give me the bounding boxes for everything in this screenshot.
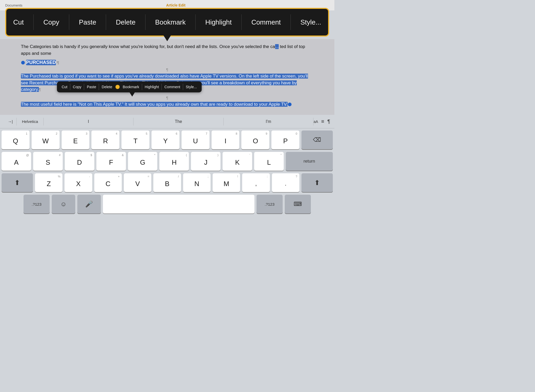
font-name[interactable]: Helvetica [17, 119, 43, 124]
bookmark-button-main[interactable]: Bookmark [151, 16, 190, 28]
key-emoji[interactable]: ☺ [52, 195, 75, 213]
pilcrow-icon[interactable]: ¶ [327, 118, 330, 124]
style-button-secondary[interactable]: Style... [183, 84, 200, 90]
divider [145, 14, 146, 30]
keyboard-toolbar: →| Helvetica I The I'm aA ≡ ¶ [0, 115, 334, 128]
cut-button-main[interactable]: Cut [9, 16, 28, 28]
divider [106, 14, 106, 30]
key-p[interactable]: 0P [271, 130, 299, 149]
key-h[interactable]: (H [159, 152, 189, 171]
toolbar-right: aA ≡ ¶ [313, 118, 330, 124]
paste-button-main[interactable]: Paste [75, 16, 101, 28]
pilcrow-center: ¶ [21, 67, 313, 72]
key-j[interactable]: )J [191, 152, 220, 171]
key-shift-right[interactable]: ⬆ [301, 173, 333, 192]
cut-button-secondary[interactable]: Cut [59, 84, 70, 90]
key-g[interactable]: *G [128, 152, 158, 171]
key-w[interactable]: 2W [32, 130, 60, 149]
key-row-2: @A #S $D &F *G (H )J 'K "L return [2, 152, 333, 171]
delete-button-main[interactable]: Delete [112, 16, 139, 28]
copy-button-main[interactable]: Copy [39, 16, 63, 28]
delete-button-secondary[interactable]: Delete [99, 84, 115, 90]
nav-documents-label[interactable]: Documents [5, 3, 22, 7]
key-z[interactable]: %Z [35, 173, 62, 192]
key-l[interactable]: "L [254, 152, 284, 171]
highlight-button-main[interactable]: Highlight [201, 16, 236, 28]
divider [69, 14, 69, 30]
key-v[interactable]: =V [124, 173, 151, 192]
paste-button-secondary[interactable]: Paste [84, 84, 99, 90]
main-toolbar: Cut Copy Paste Delete Bookmark Highlight… [5, 8, 329, 37]
key-m[interactable]: !M [213, 173, 240, 192]
key-num-left[interactable]: .?123 [24, 195, 50, 213]
keyboard-rows: 1Q 2W 3E 4R 5T 6Y 7U 8I 9O 0P ⌫ @A #S $D… [0, 128, 334, 216]
key-d[interactable]: $D [65, 152, 94, 171]
key-o[interactable]: 9O [241, 130, 269, 149]
key-x[interactable]: -X [65, 173, 92, 192]
paragraph-3: The most useful field here is "Not on Th… [21, 101, 313, 108]
copy-button-secondary[interactable]: Copy [70, 84, 84, 90]
comment-button-main[interactable]: Comment [247, 16, 285, 28]
toolbar-anchor-dot [115, 85, 120, 89]
key-delete[interactable]: ⌫ [301, 130, 333, 149]
secondary-toolbar: Cut Copy Paste Delete Bookmark Highlight… [57, 81, 202, 92]
word-suggestion-3[interactable]: I'm [224, 119, 313, 124]
key-t[interactable]: 5T [121, 130, 149, 149]
style-button-main[interactable]: Style... [296, 16, 325, 28]
cursor-handle-top [21, 61, 25, 64]
key-f[interactable]: &F [96, 152, 126, 171]
divider [195, 14, 196, 30]
key-mic[interactable]: 🎤 [77, 195, 101, 213]
divider [241, 14, 242, 30]
align-icon[interactable]: ≡ [321, 118, 324, 124]
key-row-bottom: .?123 ☺ 🎤 .?123 ⌨ [2, 195, 333, 216]
key-a[interactable]: @A [2, 152, 31, 171]
key-num-right[interactable]: .?123 [257, 195, 283, 213]
paragraph-1: The Categories tab is handy if you gener… [21, 43, 313, 57]
key-n[interactable]: ;N [183, 173, 211, 192]
word-suggestion-1[interactable]: I [44, 119, 133, 124]
content-area: The Categories tab is handy if you gener… [0, 39, 334, 115]
key-c[interactable]: +C [94, 173, 122, 192]
key-k[interactable]: 'K [223, 152, 252, 171]
key-q[interactable]: 1Q [2, 130, 30, 149]
key-space[interactable] [103, 195, 254, 213]
key-i[interactable]: 8I [212, 130, 240, 149]
key-shift-left[interactable]: ⬆ [2, 173, 33, 192]
section-heading-purchased: PURCHASED¶ [21, 60, 313, 65]
key-b[interactable]: /B [153, 173, 181, 192]
heading-text: PURCHASED [26, 60, 56, 65]
divider [33, 14, 34, 30]
key-return[interactable]: return [286, 152, 333, 171]
key-dismiss[interactable]: ⌨ [285, 195, 311, 213]
keyboard-area: →| Helvetica I The I'm aA ≡ ¶ 1Q 2W 3E 4… [0, 115, 334, 251]
key-e[interactable]: 3E [62, 130, 90, 149]
key-row-3: ⬆ %Z -X +C =V /B ;N !M :, ?. ⬆ [2, 173, 333, 192]
key-y[interactable]: 6Y [152, 130, 179, 149]
font-size-icon[interactable]: aA [313, 120, 318, 124]
comment-button-secondary[interactable]: Comment [162, 84, 183, 90]
key-u[interactable]: 7U [182, 130, 210, 149]
pilcrow-center-2: ¶ [21, 96, 313, 100]
highlight-button-secondary[interactable]: Highlight [142, 84, 161, 90]
cursor-handle-bottom [288, 103, 292, 106]
key-s[interactable]: #S [33, 152, 63, 171]
divider [290, 14, 291, 30]
word-suggestion-2[interactable]: The [133, 119, 223, 124]
bookmark-button-secondary[interactable]: Bookmark [120, 84, 142, 90]
nav-title: Article Edit [166, 3, 185, 7]
key-r[interactable]: 4R [91, 130, 119, 149]
key-row-1: 1Q 2W 3E 4R 5T 6Y 7U 8I 9O 0P ⌫ [2, 130, 333, 149]
key-period[interactable]: ?. [272, 173, 299, 192]
tab-key[interactable]: →| [4, 119, 16, 124]
key-comma[interactable]: :, [242, 173, 270, 192]
